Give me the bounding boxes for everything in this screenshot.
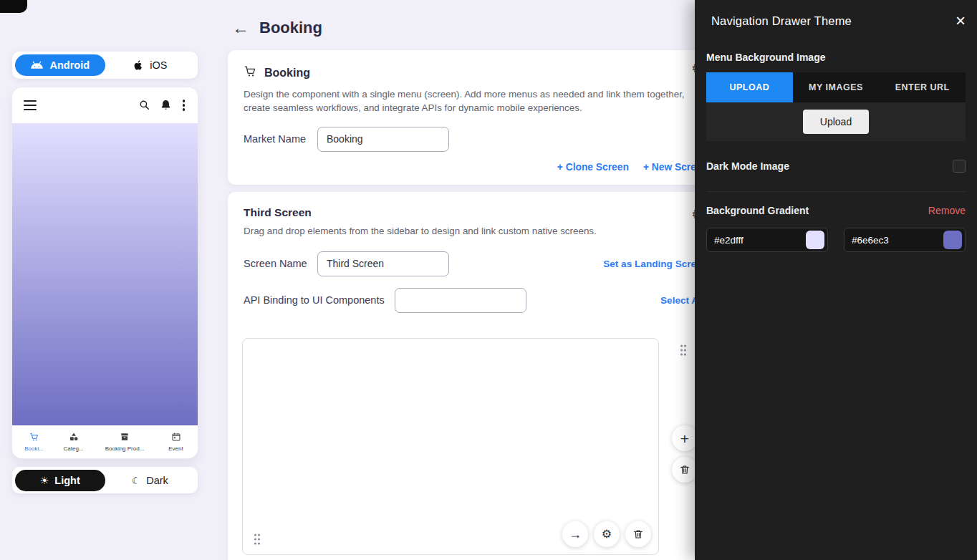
- drag-handle-icon[interactable]: [253, 533, 261, 546]
- product-icon: [120, 432, 130, 443]
- event-icon: [171, 432, 181, 443]
- phone-nav-item-booking-product[interactable]: Booking Prod...: [93, 432, 156, 452]
- back-button[interactable]: ←: [232, 19, 249, 37]
- market-name-input[interactable]: [317, 127, 449, 152]
- phone-nav-item-booking[interactable]: Booki...: [14, 432, 54, 452]
- upload-area: Upload: [706, 102, 966, 141]
- background-gradient-label: Background Gradient: [706, 205, 809, 216]
- set-landing-screen-link[interactable]: Set as Landing Screen: [603, 259, 708, 269]
- third-screen-card: Third Screen ⚙ Drag and drop elements fr…: [228, 192, 723, 560]
- screen-name-input[interactable]: [317, 251, 449, 276]
- ios-label: iOS: [150, 59, 167, 71]
- gradient-color-input-1[interactable]: [714, 235, 800, 246]
- android-icon: [30, 61, 44, 69]
- android-label: Android: [49, 59, 90, 71]
- tab-upload[interactable]: UPLOAD: [706, 72, 793, 102]
- screen-name-label: Screen Name: [244, 258, 317, 269]
- nav-item-label: Booki...: [24, 445, 44, 452]
- dark-label: Dark: [146, 475, 168, 486]
- background-gradient-section: Background Gradient Remove: [706, 191, 966, 252]
- screen-card-title: Third Screen: [244, 206, 312, 219]
- phone-screen[interactable]: [12, 123, 198, 425]
- light-label: Light: [54, 475, 80, 486]
- dark-mode-image-label: Dark Mode Image: [706, 160, 789, 172]
- dark-theme-button[interactable]: ☾ Dark: [105, 470, 196, 491]
- gradient-color-swatch-1[interactable]: [806, 231, 824, 249]
- delete-component-button[interactable]: [672, 457, 698, 483]
- api-binding-label: API Binding to UI Components: [244, 294, 395, 306]
- preview-sidebar: Android iOS: [12, 52, 198, 493]
- gradient-color-input-2[interactable]: [852, 235, 938, 246]
- nav-item-label: Categ...: [63, 445, 83, 452]
- category-icon: [69, 432, 79, 443]
- market-name-label: Market Name: [244, 133, 317, 145]
- booking-card-description: Design the component with a single menu …: [244, 88, 708, 115]
- close-icon[interactable]: ×: [956, 12, 966, 29]
- add-component-button[interactable]: +: [672, 425, 698, 451]
- light-theme-button[interactable]: ☀ Light: [15, 470, 105, 491]
- menu-hamburger-icon[interactable]: [24, 100, 37, 110]
- image-source-tabs: UPLOAD MY IMAGES ENTER URL: [706, 72, 966, 102]
- booking-component-card: Booking ⚙ Design the component with a si…: [228, 50, 723, 185]
- cart-icon: [29, 432, 39, 443]
- sun-icon: ☀: [40, 475, 49, 486]
- gradient-color-field-1: [706, 228, 828, 252]
- cart-icon: [244, 64, 257, 81]
- drawer-title: Navigation Drawer Theme: [711, 14, 852, 28]
- arrow-right-button[interactable]: →: [562, 521, 588, 547]
- screen-card-description: Drag and drop elements from the sidebar …: [244, 225, 708, 238]
- phone-nav-item-category[interactable]: Categ...: [54, 432, 93, 452]
- search-icon[interactable]: [138, 99, 150, 111]
- nav-item-label: Event: [168, 445, 183, 452]
- page-header: ← Booking: [232, 19, 322, 37]
- tab-enter-url[interactable]: ENTER URL: [879, 72, 966, 102]
- canvas-gear-icon[interactable]: ⚙: [594, 521, 620, 547]
- phone-nav-item-event[interactable]: Event: [156, 432, 196, 452]
- nav-item-label: Booking Prod...: [105, 445, 145, 452]
- phone-bottom-nav: Booki... Categ... Booking Prod... Event: [12, 425, 198, 458]
- upload-button[interactable]: Upload: [803, 110, 869, 134]
- phone-preview: Booki... Categ... Booking Prod... Event: [12, 87, 198, 458]
- android-toggle-button[interactable]: Android: [15, 54, 105, 76]
- page-title: Booking: [259, 19, 322, 37]
- ios-toggle-button[interactable]: iOS: [105, 54, 196, 76]
- gradient-color-swatch-2[interactable]: [943, 231, 962, 249]
- apple-icon: [133, 59, 144, 71]
- bell-icon[interactable]: [160, 99, 172, 111]
- gradient-color-field-2: [844, 228, 966, 252]
- phone-topbar: [12, 87, 198, 123]
- device-toggle: Android iOS: [12, 52, 198, 79]
- api-binding-input[interactable]: [395, 288, 526, 313]
- kebab-menu-icon[interactable]: [181, 98, 186, 112]
- tab-my-images[interactable]: MY IMAGES: [793, 72, 880, 102]
- canvas-action-buttons: → ⚙: [562, 521, 651, 547]
- navigation-drawer-theme-panel: Navigation Drawer Theme × Menu Backgroun…: [695, 0, 977, 560]
- dark-mode-checkbox[interactable]: [953, 160, 966, 173]
- theme-toggle: ☀ Light ☾ Dark: [12, 467, 198, 493]
- canvas-trash-icon[interactable]: [625, 521, 651, 547]
- clone-screen-link[interactable]: + Clone Screen: [557, 162, 629, 173]
- section-drag-handle-icon[interactable]: [679, 344, 688, 357]
- menu-background-image-label: Menu Background Image: [706, 52, 966, 63]
- booking-card-title: Booking: [264, 67, 310, 79]
- remove-gradient-link[interactable]: Remove: [928, 205, 966, 216]
- moon-icon: ☾: [132, 475, 141, 486]
- screen-canvas[interactable]: → ⚙: [242, 338, 659, 555]
- corner-chip: [0, 0, 27, 13]
